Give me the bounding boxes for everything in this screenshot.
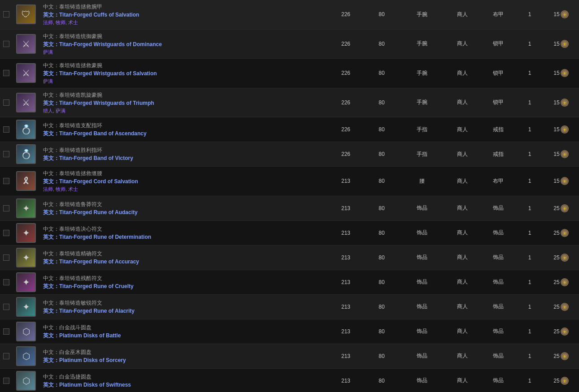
item-ilvl: 226	[328, 70, 364, 76]
svg-text:⚜: ⚜	[563, 179, 566, 184]
checkbox[interactable]	[3, 41, 9, 47]
item-name-en[interactable]: 英文：Titan-Forged Wristguards of Salvation	[43, 69, 324, 78]
svg-text:⚜: ⚜	[563, 42, 566, 47]
item-name-en[interactable]: 英文：Titan-Forged Rune of Accuracy	[43, 258, 324, 266]
table-row[interactable]: ⚔中文：泰坦铸造拯救豪腕英文：Titan-Forged Wristguards …	[0, 59, 579, 88]
checkbox[interactable]	[3, 151, 9, 157]
item-name-en[interactable]: 英文：Platinum Disks of Sorcery	[43, 356, 324, 364]
item-icon: ✦	[16, 272, 36, 292]
item-ilvl: 213	[328, 254, 364, 261]
checkbox[interactable]	[3, 328, 9, 335]
table-row[interactable]: 🎗中文：泰坦铸造拯救缰腰英文：Titan-Forged Cord of Salv…	[0, 167, 579, 196]
table-row[interactable]: ⬡中文：白金巫木圆盘英文：Platinum Disks of Sorcery21…	[0, 344, 579, 369]
item-ilvl: 213	[328, 230, 364, 236]
item-ilvl: 213	[328, 378, 364, 384]
item-req: 80	[364, 126, 400, 133]
cost-number: 25	[553, 279, 559, 285]
checkbox[interactable]	[3, 178, 9, 184]
cost-number: 25	[553, 254, 559, 261]
item-slot: 饰品	[400, 352, 444, 360]
item-source: 商人	[444, 69, 480, 77]
table-row[interactable]: ⬡中文：白金迅捷圆盘英文：Platinum Disks of Swiftness…	[0, 369, 579, 392]
item-cost: 15⚜	[543, 150, 579, 158]
item-ilvl: 213	[328, 178, 364, 184]
table-row[interactable]: 💍中文：泰坦铸造支配指环英文：Titan-Forged Band of Asce…	[0, 117, 579, 142]
item-name-zh: 中文：白金巫木圆盘	[43, 348, 324, 356]
checkbox[interactable]	[3, 353, 9, 359]
table-row[interactable]: ⚔中文：泰坦铸造凯旋豪腕英文：Titan-Forged Wristguards …	[0, 88, 579, 118]
item-name-zh: 中文：白金战斗圆盘	[43, 323, 324, 332]
item-type: 戒指	[480, 126, 516, 134]
item-classes: 萨满	[43, 48, 324, 56]
item-name-en[interactable]: 英文：Titan-Forged Rune of Cruelty	[43, 282, 324, 290]
item-type: 布甲	[480, 11, 516, 18]
item-name-col: 中文：泰坦铸造拯救豪腕英文：Titan-Forged Wristguards o…	[39, 60, 328, 86]
item-name-col: 中文：白金巫木圆盘英文：Platinum Disks of Sorcery	[39, 347, 328, 365]
cost-currency-icon: ⚜	[561, 278, 569, 286]
table-row[interactable]: ⚔中文：泰坦铸造统御豪腕英文：Titan-Forged Wristguards …	[0, 30, 579, 59]
cost-number: 15	[553, 151, 559, 157]
item-source: 商人	[444, 40, 480, 47]
item-slot: 腰	[400, 177, 444, 185]
checkbox[interactable]	[3, 126, 9, 133]
item-name-col: 中文：白金迅捷圆盘英文：Platinum Disks of Swiftness	[39, 372, 328, 390]
item-qty: 1	[516, 230, 543, 236]
item-name-en[interactable]: 英文：Titan-Forged Band of Ascendancy	[43, 129, 324, 138]
item-type: 饰品	[480, 352, 516, 360]
item-ilvl: 226	[328, 126, 364, 133]
item-req: 80	[364, 328, 400, 335]
checkbox[interactable]	[3, 99, 9, 106]
row-checkbox-col	[0, 378, 13, 384]
item-req: 80	[364, 279, 400, 285]
item-name-col: 中文：泰坦铸造鲁莽符文英文：Titan-Forged Rune of Audac…	[39, 199, 328, 217]
table-row[interactable]: ✦中文：泰坦铸造残酷符文英文：Titan-Forged Rune of Crue…	[0, 270, 579, 295]
checkbox[interactable]	[3, 304, 9, 310]
checkbox[interactable]	[3, 279, 9, 285]
item-name-en[interactable]: 英文：Titan-Forged Rune of Alacrity	[43, 307, 324, 315]
checkbox[interactable]	[3, 230, 9, 236]
item-name-en[interactable]: 英文：Titan-Forged Wristguards of Triumph	[43, 99, 324, 107]
table-row[interactable]: ⬡中文：白金战斗圆盘英文：Platinum Disks of Battle213…	[0, 319, 579, 344]
item-icon-col: 🎗	[13, 171, 39, 191]
cost-currency-icon: ⚜	[561, 99, 569, 107]
checkbox[interactable]	[3, 11, 9, 17]
cost-number: 15	[553, 178, 559, 184]
item-name-en[interactable]: 英文：Titan-Forged Cuffs of Salvation	[43, 11, 324, 19]
item-ilvl: 213	[328, 328, 364, 335]
item-name-zh: 中文：泰坦铸造支配指环	[43, 121, 324, 129]
checkbox[interactable]	[3, 254, 9, 261]
item-type: 锁甲	[480, 69, 516, 77]
item-qty: 1	[516, 254, 543, 261]
svg-text:⚜: ⚜	[563, 13, 566, 17]
item-name-en[interactable]: 英文：Titan-Forged Rune of Audacity	[43, 208, 324, 216]
table-row[interactable]: 🛡中文：泰坦铸造拯救腕甲英文：Titan-Forged Cuffs of Sal…	[0, 0, 579, 30]
item-cost: 25⚜	[543, 254, 579, 262]
item-icon-col: ✦	[13, 248, 39, 267]
item-name-en[interactable]: 英文：Titan-Forged Rune of Determination	[43, 233, 324, 241]
checkbox[interactable]	[3, 205, 9, 211]
table-row[interactable]: 💍中文：泰坦铸造胜利指环英文：Titan-Forged Band of Vict…	[0, 142, 579, 167]
item-name-en[interactable]: 英文：Platinum Disks of Swiftness	[43, 381, 324, 389]
item-slot: 饰品	[400, 254, 444, 261]
table-row[interactable]: ✦中文：泰坦铸造敏锐符文英文：Titan-Forged Rune of Alac…	[0, 295, 579, 319]
item-name-en[interactable]: 英文：Titan-Forged Wristguards of Dominance	[43, 40, 324, 48]
item-name-en[interactable]: 英文：Platinum Disks of Battle	[43, 332, 324, 340]
item-source: 商人	[444, 99, 480, 106]
item-table: 🛡中文：泰坦铸造拯救腕甲英文：Titan-Forged Cuffs of Sal…	[0, 0, 579, 392]
checkbox[interactable]	[3, 70, 9, 76]
item-icon-col: ⚔	[13, 34, 39, 54]
item-name-col: 中文：泰坦铸造敏锐符文英文：Titan-Forged Rune of Alacr…	[39, 298, 328, 316]
item-name-en[interactable]: 英文：Titan-Forged Cord of Salvation	[43, 177, 324, 185]
item-ilvl: 213	[328, 304, 364, 310]
cost-number: 15	[553, 99, 559, 106]
svg-text:⚜: ⚜	[563, 379, 566, 383]
table-row[interactable]: ✦中文：泰坦铸造鲁莽符文英文：Titan-Forged Rune of Auda…	[0, 196, 579, 221]
item-name-en[interactable]: 英文：Titan-Forged Band of Victory	[43, 154, 324, 162]
table-row[interactable]: ✦中文：泰坦铸造决心符文英文：Titan-Forged Rune of Dete…	[0, 221, 579, 246]
item-name-zh: 中文：泰坦铸造决心符文	[43, 225, 324, 233]
table-row[interactable]: ✦中文：泰坦铸造精确符文英文：Titan-Forged Rune of Accu…	[0, 246, 579, 270]
checkbox[interactable]	[3, 378, 9, 384]
item-name-zh: 中文：泰坦铸造胜利指环	[43, 146, 324, 154]
item-icon-col: ⚔	[13, 93, 39, 112]
item-icon-col: ⚔	[13, 63, 39, 83]
